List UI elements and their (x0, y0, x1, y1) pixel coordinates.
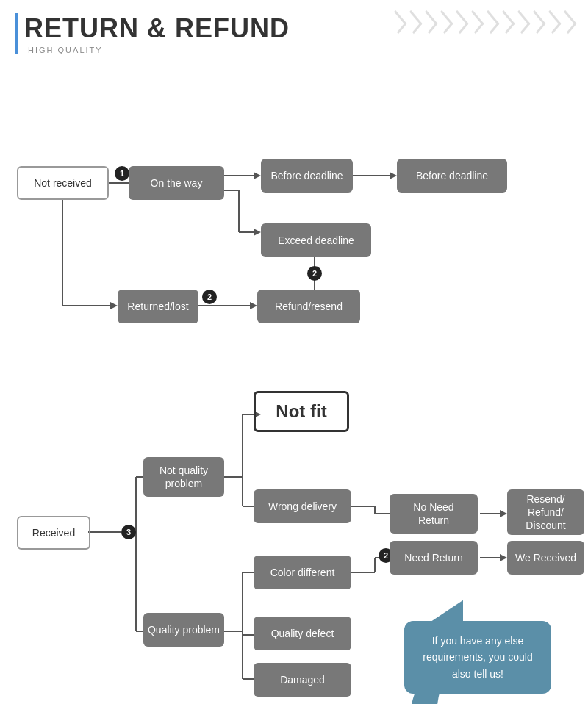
page-header: RETURN & REFUND HIGH QUALITY (0, 0, 588, 62)
svg-marker-15 (250, 302, 257, 309)
color-different-box: Color different (254, 556, 351, 589)
we-received-box: We Received (507, 541, 584, 575)
wrong-delivery-box: Wrong delivery (254, 489, 351, 523)
returned-lost-box: Returned/lost (118, 290, 198, 323)
resend-refund-discount-box: Resend/ Refund/ Discount (507, 489, 584, 535)
quality-defect-box: Quality defect (254, 617, 351, 650)
chevron-decoration (390, 13, 573, 31)
refund-resend-box: Refund/resend (257, 290, 360, 323)
speech-bubble: If you have any else requirements, you c… (404, 621, 551, 694)
not-received-box: Not received (17, 166, 109, 200)
before-deadline-result-box: Before deadline (397, 159, 507, 193)
damaged-box: Damaged (254, 663, 351, 697)
header-accent (15, 13, 18, 54)
quality-problem-box: Quality problem (143, 613, 224, 647)
badge-3: 3 (121, 525, 136, 539)
badge-2-returned: 2 (202, 290, 217, 304)
svg-marker-54 (500, 554, 507, 561)
page-title: RETURN & REFUND (24, 13, 290, 44)
no-need-return-box: No Need Return (390, 494, 478, 534)
badge-1-section1: 1 (115, 166, 129, 181)
svg-marker-8 (390, 172, 397, 179)
page-subtitle: HIGH QUALITY (28, 46, 290, 54)
badge-2-exceed: 2 (307, 266, 322, 281)
need-return-box: Need Return (390, 541, 478, 575)
svg-marker-13 (110, 302, 118, 309)
section1-flowchart: Not received 1 On the way Before deadlin… (15, 69, 588, 356)
svg-marker-2 (254, 172, 261, 179)
svg-marker-52 (500, 510, 507, 517)
svg-marker-6 (254, 229, 261, 236)
exceed-deadline-box: Exceed deadline (261, 223, 371, 257)
before-deadline-cond-box: Before deadline (261, 159, 353, 193)
not-fit-box: Not fit (254, 391, 349, 432)
header-left: RETURN & REFUND HIGH QUALITY (24, 13, 290, 54)
on-the-way-box: On the way (129, 166, 224, 200)
received-box: Received (17, 516, 90, 550)
chevron-12 (556, 10, 576, 34)
main-content: Not received 1 On the way Before deadlin… (0, 62, 588, 704)
not-quality-problem-box: Not quality problem (143, 457, 224, 497)
header-decoration (390, 13, 573, 31)
